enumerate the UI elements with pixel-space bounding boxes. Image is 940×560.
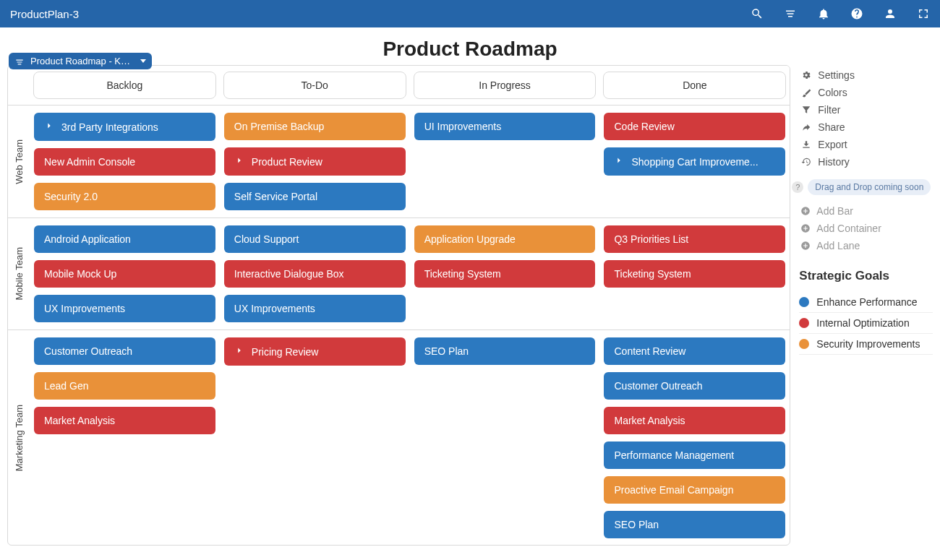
card-label: Market Analysis bbox=[614, 415, 775, 426]
card[interactable]: Pricing Review bbox=[224, 337, 406, 366]
card[interactable]: UX Improvements bbox=[34, 295, 215, 322]
card[interactable]: Market Analysis bbox=[604, 407, 785, 434]
color-dot-icon bbox=[799, 297, 809, 307]
column-header[interactable]: To-Do bbox=[223, 72, 406, 99]
search-icon[interactable] bbox=[751, 7, 764, 20]
column-header[interactable]: Done bbox=[603, 72, 786, 99]
card[interactable]: Lead Gen bbox=[34, 372, 215, 400]
menu-share[interactable]: Share bbox=[799, 119, 933, 136]
card[interactable]: Shopping Cart Improveme... bbox=[604, 147, 785, 176]
card[interactable]: UX Improvements bbox=[224, 295, 406, 322]
card[interactable]: SEO Plan bbox=[414, 337, 596, 365]
card[interactable]: Market Analysis bbox=[34, 407, 215, 434]
card[interactable]: SEO Plan bbox=[604, 511, 785, 538]
add-bar[interactable]: Add Bar bbox=[799, 202, 933, 220]
menu-icon[interactable] bbox=[784, 7, 797, 20]
card[interactable]: UI Improvements bbox=[414, 113, 596, 140]
card-label: New Admin Console bbox=[44, 156, 205, 168]
card[interactable]: Interactive Dialogue Box bbox=[224, 260, 406, 288]
lane-cell: Android ApplicationMobile Mock UpUX Impr… bbox=[30, 218, 220, 329]
card[interactable]: Ticketing System bbox=[604, 260, 785, 288]
roadmap-selector[interactable]: Product Roadmap - Ka... bbox=[9, 53, 152, 69]
card-label: Proactive Email Campaign bbox=[614, 484, 775, 496]
add-container[interactable]: Add Container bbox=[799, 220, 933, 237]
card[interactable]: Code Review bbox=[604, 113, 785, 140]
card[interactable]: Application Upgrade bbox=[414, 225, 596, 253]
lane: Marketing TeamCustomer OutreachLead GenM… bbox=[8, 330, 790, 545]
card[interactable]: 3rd Party Integrations bbox=[34, 113, 215, 141]
lane-cell: On Premise BackupProduct ReviewSelf Serv… bbox=[220, 105, 410, 217]
card[interactable]: Customer Outreach bbox=[34, 337, 215, 365]
card[interactable]: Self Service Portal bbox=[224, 183, 406, 210]
card[interactable]: Product Review bbox=[224, 147, 406, 176]
card-label: Shopping Cart Improveme... bbox=[631, 156, 775, 168]
card-label: UX Improvements bbox=[44, 303, 205, 314]
card[interactable]: Android Application bbox=[34, 225, 215, 253]
card-label: Ticketing System bbox=[424, 268, 586, 280]
filter-icon bbox=[800, 105, 812, 115]
card-label: Android Application bbox=[44, 233, 205, 245]
card-label: Market Analysis bbox=[44, 415, 205, 426]
card-label: On Premise Backup bbox=[234, 121, 396, 132]
card[interactable]: New Admin Console bbox=[34, 148, 215, 176]
chevron-right-icon bbox=[234, 345, 244, 358]
drag-drop-note: ? Drag and Drop coming soon bbox=[792, 179, 933, 195]
card[interactable]: Cloud Support bbox=[224, 225, 406, 253]
chevron-right-icon bbox=[234, 155, 244, 168]
card[interactable]: Proactive Email Campaign bbox=[604, 476, 785, 504]
bell-icon[interactable] bbox=[817, 7, 830, 20]
card-label: Performance Management bbox=[614, 449, 775, 461]
lane-cell: Code ReviewShopping Cart Improveme... bbox=[599, 105, 790, 217]
card[interactable]: On Premise Backup bbox=[224, 113, 406, 140]
help-badge-icon[interactable]: ? bbox=[792, 181, 803, 193]
share-icon bbox=[800, 122, 812, 132]
card-label: Customer Outreach bbox=[614, 380, 775, 392]
card[interactable]: Customer Outreach bbox=[604, 372, 785, 400]
menu-export[interactable]: Export bbox=[799, 136, 933, 153]
card[interactable]: Q3 Priorities List bbox=[604, 225, 785, 253]
chevron-right-icon bbox=[614, 155, 624, 168]
strategic-goal-item[interactable]: Internal Optimization bbox=[799, 313, 933, 334]
strategic-goal-item[interactable]: Security Improvements bbox=[799, 334, 933, 355]
brush-icon bbox=[800, 87, 812, 98]
color-dot-icon bbox=[799, 339, 809, 349]
history-icon bbox=[800, 157, 812, 167]
fullscreen-icon[interactable] bbox=[917, 7, 930, 20]
menu-filter[interactable]: Filter bbox=[799, 101, 933, 119]
lane-label[interactable]: Mobile Team bbox=[8, 218, 30, 329]
topbar: ProductPlan-3 bbox=[0, 0, 940, 27]
card-label: UX Improvements bbox=[234, 303, 396, 314]
gear-icon bbox=[800, 70, 812, 80]
lane-label[interactable]: Web Team bbox=[8, 105, 30, 217]
menu-settings[interactable]: Settings bbox=[799, 66, 933, 84]
color-dot-icon bbox=[799, 318, 809, 328]
card[interactable]: Mobile Mock Up bbox=[34, 260, 215, 288]
strategic-goal-label: Enhance Performance bbox=[816, 296, 917, 308]
lane-cell: Content ReviewCustomer OutreachMarket An… bbox=[599, 330, 790, 545]
lane-cell: SEO Plan bbox=[410, 330, 600, 545]
menu-colors[interactable]: Colors bbox=[799, 84, 933, 101]
kanban-board: Backlog To-Do In Progress Done Web Team3… bbox=[7, 65, 790, 546]
card[interactable]: Content Review bbox=[604, 337, 785, 365]
user-icon[interactable] bbox=[884, 7, 897, 20]
help-icon[interactable] bbox=[850, 7, 863, 20]
lane-label[interactable]: Marketing Team bbox=[8, 330, 30, 545]
card-label: Interactive Dialogue Box bbox=[234, 268, 396, 280]
lane: Mobile TeamAndroid ApplicationMobile Moc… bbox=[8, 218, 790, 330]
strategic-goal-item[interactable]: Enhance Performance bbox=[799, 292, 933, 313]
column-header[interactable]: In Progress bbox=[414, 72, 597, 99]
roadmap-selector-label: Product Roadmap - Ka... bbox=[30, 56, 134, 66]
card-label: Mobile Mock Up bbox=[44, 268, 205, 280]
card-label: Pricing Review bbox=[252, 346, 396, 358]
card-label: SEO Plan bbox=[424, 345, 586, 357]
card[interactable]: Ticketing System bbox=[414, 260, 596, 288]
lane-cell: Customer OutreachLead GenMarket Analysis bbox=[30, 330, 220, 545]
add-lane[interactable]: Add Lane bbox=[799, 237, 933, 254]
topbar-icons bbox=[751, 7, 930, 20]
card-label: SEO Plan bbox=[614, 519, 775, 530]
menu-history[interactable]: History bbox=[799, 153, 933, 171]
card[interactable]: Performance Management bbox=[604, 441, 785, 469]
column-header[interactable]: Backlog bbox=[33, 72, 216, 99]
card[interactable]: Security 2.0 bbox=[34, 183, 215, 210]
card-label: Self Service Portal bbox=[234, 191, 396, 202]
